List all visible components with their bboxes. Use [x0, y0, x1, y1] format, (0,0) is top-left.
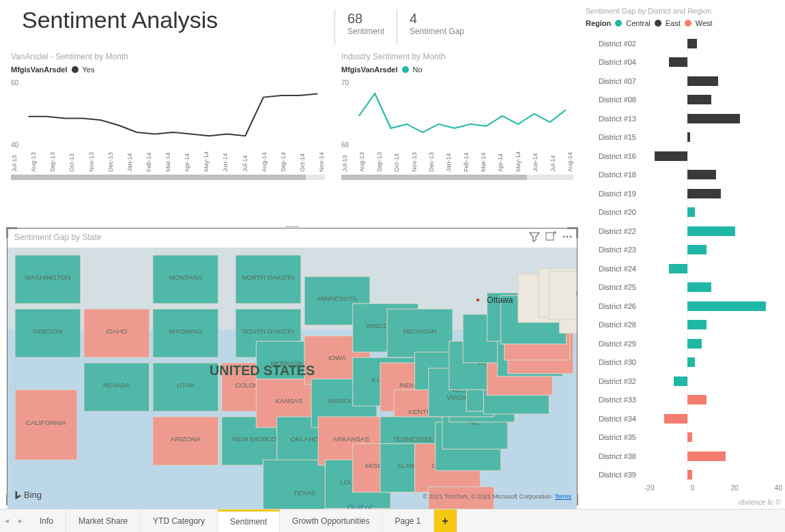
- bar-row[interactable]: District #07: [586, 72, 782, 91]
- bar-label: District #02: [586, 40, 640, 48]
- bar-label: District #32: [586, 377, 640, 385]
- bar-row[interactable]: District #13: [586, 109, 782, 128]
- kpi-sentiment-gap[interactable]: 4 Sentiment Gap: [397, 10, 476, 45]
- chart-legend: MfgisVanArsdel Yes: [11, 65, 325, 74]
- bar-row[interactable]: District #22: [586, 222, 782, 241]
- kpi-sentiment[interactable]: 68 Sentiment: [334, 10, 397, 45]
- chart-industry-sentiment[interactable]: Industry Sentiment by Month MfgisVanArsd…: [334, 48, 580, 225]
- us-map[interactable]: WASHINGTONOREGONCALIFORNIAIDAHONEVADAUTA…: [8, 248, 577, 532]
- terms-link[interactable]: Terms: [555, 493, 572, 500]
- kpi-row: 68 Sentiment 4 Sentiment Gap: [334, 4, 580, 45]
- tab-sentiment[interactable]: Sentiment: [218, 509, 280, 532]
- chart-scrollbar[interactable]: [11, 175, 325, 180]
- bar-label: District #30: [586, 358, 640, 366]
- legend-dot-icon: [685, 20, 691, 27]
- bar-label: District #28: [586, 321, 640, 329]
- bar-label: District #24: [586, 265, 640, 273]
- svg-point-111: [476, 299, 479, 301]
- tab-prev-button[interactable]: ◄: [0, 509, 14, 532]
- bar-row[interactable]: District #32: [586, 372, 782, 391]
- kpi-gap-label: Sentiment Gap: [410, 27, 464, 36]
- bar-row[interactable]: District #25: [586, 278, 782, 297]
- bar-label: District #15: [586, 133, 640, 141]
- map-title: Sentiment Gap by State: [14, 233, 101, 242]
- bar-label: District #08: [586, 95, 640, 104]
- bar-row[interactable]: District #20: [586, 203, 782, 222]
- bar-row[interactable]: District #35: [586, 428, 782, 447]
- svg-text:WASHINGTON: WASHINGTON: [25, 274, 70, 281]
- svg-text:NORTH DAKOTA: NORTH DAKOTA: [242, 274, 295, 281]
- bar-row[interactable]: District #15: [586, 128, 782, 147]
- bar-label: District #07: [586, 77, 640, 85]
- tab-growth-opportunities[interactable]: Growth Opportunities: [280, 509, 382, 532]
- svg-rect-106: [549, 271, 577, 320]
- bar-row[interactable]: District #23: [586, 241, 782, 260]
- bar-label: District #29: [586, 340, 640, 348]
- svg-text:KANSAS: KANSAS: [275, 397, 302, 404]
- bar-row[interactable]: District #34: [586, 409, 782, 428]
- more-options-icon[interactable]: [562, 231, 573, 242]
- page-title-block: Sentiment Analysis: [4, 4, 332, 45]
- chart-vanarsdel-sentiment[interactable]: VanArsdel - Sentiment by Month MfgisVanA…: [4, 48, 332, 225]
- tab-ytd-category[interactable]: YTD Category: [141, 509, 218, 532]
- legend-prefix: MfgisVanArsdel: [11, 65, 68, 74]
- svg-text:UTAH: UTAH: [177, 381, 195, 389]
- chart-scrollbar[interactable]: [341, 175, 573, 180]
- footnote: obvience llc ©: [739, 499, 781, 506]
- bar-label: District #20: [586, 208, 640, 216]
- focus-mode-icon[interactable]: [545, 231, 556, 242]
- tab-next-button[interactable]: ►: [14, 509, 27, 532]
- svg-text:NEVADA: NEVADA: [103, 381, 130, 389]
- page-tabs: ◄ ► InfoMarket ShareYTD CategorySentimen…: [0, 509, 785, 532]
- drag-handle-icon[interactable]: ══: [8, 222, 577, 233]
- svg-text:TEXAS: TEXAS: [294, 489, 316, 497]
- svg-text:IOWA: IOWA: [328, 354, 346, 361]
- bar-rows: District #02District #04District #07Dist…: [586, 34, 782, 484]
- bar-row[interactable]: District #29: [586, 334, 782, 353]
- bar-row[interactable]: District #24: [586, 259, 782, 278]
- bar-row[interactable]: District #19: [586, 184, 782, 203]
- svg-text:ARIZONA: ARIZONA: [171, 435, 201, 443]
- bar-row[interactable]: District #38: [586, 447, 782, 466]
- bar-row[interactable]: District #39: [586, 466, 782, 485]
- bar-row[interactable]: District #18: [586, 166, 782, 185]
- x-axis: -2002040: [644, 484, 782, 492]
- x-axis: Jul-13Aug-13Sep-13Oct-13Nov-13Dec-13Jan-…: [11, 151, 325, 172]
- bar-label: District #04: [586, 58, 640, 66]
- bar-label: District #39: [586, 471, 640, 479]
- bar-row[interactable]: District #30: [586, 353, 782, 372]
- tab-add-button[interactable]: +: [434, 509, 457, 532]
- bar-row[interactable]: District #04: [586, 53, 782, 72]
- chart-title: Industry Sentiment by Month: [341, 52, 573, 61]
- svg-text:WYOMING: WYOMING: [169, 327, 202, 335]
- svg-text:Ottawa: Ottawa: [487, 295, 513, 305]
- line-plot: [352, 76, 573, 151]
- bar-row[interactable]: District #28: [586, 316, 782, 335]
- bar-label: District #33: [586, 396, 640, 404]
- bar-row[interactable]: District #08: [586, 91, 782, 110]
- bar-row[interactable]: District #02: [586, 34, 782, 53]
- bar-row[interactable]: District #16: [586, 147, 782, 166]
- svg-text:P.E.: P.E.: [576, 289, 577, 297]
- bar-label: District #23: [586, 246, 640, 254]
- kpi-sentiment-label: Sentiment: [347, 27, 384, 36]
- map-sentiment-gap-by-state[interactable]: ══ Sentiment Gap by State WASHINGTONOREG…: [7, 228, 577, 505]
- svg-text:MONTANA: MONTANA: [169, 274, 203, 281]
- bar-row[interactable]: District #26: [586, 297, 782, 316]
- chart-title: VanArsdel - Sentiment by Month: [11, 52, 325, 61]
- tab-market-share[interactable]: Market Share: [66, 509, 141, 532]
- svg-text:MINNESOTA: MINNESOTA: [317, 295, 357, 302]
- svg-point-2: [567, 236, 569, 238]
- filter-icon[interactable]: [529, 231, 540, 242]
- kpi-gap-value: 4: [410, 11, 464, 27]
- x-axis: Jul-13Aug-13Sep-13Oct-13Nov-13Dec-13Jan-…: [341, 151, 573, 172]
- tab-info[interactable]: Info: [27, 509, 66, 532]
- chart-sentiment-gap-by-district[interactable]: Sentiment Gap by District and Region Reg…: [583, 4, 785, 507]
- bar-label: District #25: [586, 283, 640, 291]
- tab-page-1[interactable]: Page 1: [383, 509, 434, 532]
- legend-dot-icon: [402, 66, 409, 73]
- kpi-sentiment-value: 68: [347, 11, 384, 27]
- svg-text:NEW MEXICO: NEW MEXICO: [232, 435, 276, 443]
- svg-text:OREGON: OREGON: [33, 327, 63, 335]
- bar-row[interactable]: District #33: [586, 391, 782, 410]
